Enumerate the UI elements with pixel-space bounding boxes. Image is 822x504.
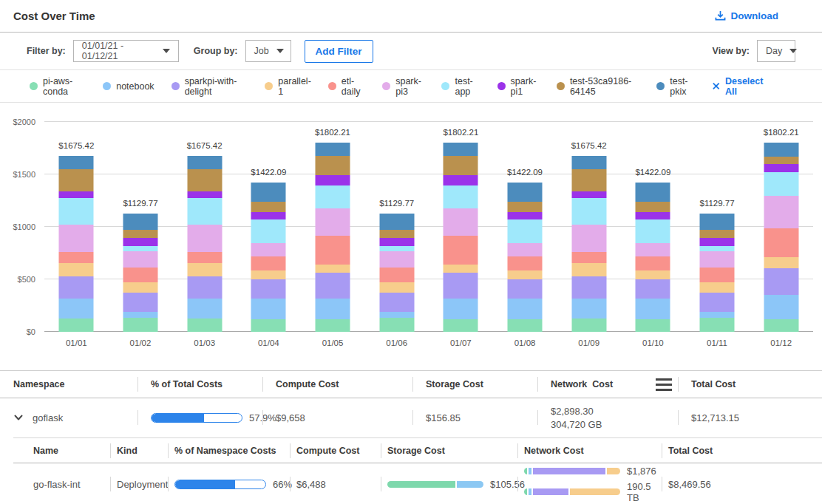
bar-segment-test-53ca9186-64145[interactable] [508,202,543,212]
bar-segment-parallel-1[interactable] [379,282,414,293]
bar-segment-parallel-1[interactable] [636,270,670,279]
bar-segment-etl-daily[interactable] [59,252,94,262]
bar-segment-spark-pi1[interactable] [636,212,670,220]
legend-item-parallel-1[interactable]: parallel-1 [265,76,310,97]
bar-segment-pi-aws-conda[interactable] [379,318,414,332]
download-button[interactable]: Download [715,10,779,21]
bar-segment-test-app[interactable] [700,246,735,251]
bar-segment-test-pkix[interactable] [700,214,735,230]
bar-segment-spark-pi3[interactable] [444,208,478,236]
bar-segment-test-53ca9186-64145[interactable] [379,230,414,239]
bar-segment-test-pkix[interactable] [316,143,350,155]
bar-segment-sparkpi-with-delight[interactable] [764,268,798,295]
bar-segment-parallel-1[interactable] [764,257,798,268]
bar-segment-parallel-1[interactable] [508,270,543,279]
bar-segment-parallel-1[interactable] [571,263,606,276]
bar-segment-test-app[interactable] [764,172,798,196]
bar-segment-spark-pi3[interactable] [187,225,222,253]
bar-segment-test-pkix[interactable] [59,156,94,169]
bar-segment-notebook[interactable] [251,299,286,319]
bar-segment-parallel-1[interactable] [251,270,286,279]
bar-segment-spark-pi3[interactable] [571,225,606,253]
bar-segment-etl-daily[interactable] [187,252,222,262]
bar-segment-spark-pi3[interactable] [251,243,286,256]
bar-segment-pi-aws-conda[interactable] [700,318,735,332]
bar-segment-test-app[interactable] [59,198,94,224]
chevron-down-icon[interactable] [13,412,24,423]
bar-segment-etl-daily[interactable] [700,268,735,282]
legend-item-test-app[interactable]: test-app [441,76,480,97]
bar-segment-spark-pi3[interactable] [508,243,543,256]
group-by-dropdown[interactable]: Job [245,40,291,62]
bar-segment-pi-aws-conda[interactable] [59,319,94,332]
menu-icon[interactable] [656,378,672,391]
bar-segment-notebook[interactable] [379,312,414,318]
bar-segment-test-app[interactable] [379,246,414,251]
bar-segment-spark-pi1[interactable] [123,238,158,246]
bar-segment-test-pkix[interactable] [251,183,286,201]
bar-segment-test-53ca9186-64145[interactable] [251,202,286,212]
bar-segment-etl-daily[interactable] [379,268,414,282]
bar-segment-test-53ca9186-64145[interactable] [571,169,606,191]
bar-segment-notebook[interactable] [571,299,606,319]
bar-segment-test-app[interactable] [636,219,670,243]
bar-segment-sparkpi-with-delight[interactable] [700,293,735,312]
bar-segment-test-app[interactable] [123,246,158,251]
bar-segment-test-pkix[interactable] [764,143,798,157]
bar-segment-test-pkix[interactable] [187,156,222,169]
bar-segment-sparkpi-with-delight[interactable] [187,276,222,299]
bar-segment-spark-pi3[interactable] [59,225,94,253]
bar-segment-etl-daily[interactable] [444,236,478,264]
bar-segment-test-53ca9186-64145[interactable] [700,230,735,239]
bar-segment-test-53ca9186-64145[interactable] [187,169,222,191]
bar-segment-test-pkix[interactable] [444,143,478,155]
bar-segment-pi-aws-conda[interactable] [764,319,798,332]
bar-segment-parallel-1[interactable] [123,282,158,293]
bar-segment-test-53ca9186-64145[interactable] [764,157,798,164]
bar-segment-sparkpi-with-delight[interactable] [571,276,606,299]
add-filter-button[interactable]: Add Filter [305,40,373,63]
bar-segment-spark-pi3[interactable] [764,196,798,228]
bar-segment-etl-daily[interactable] [123,268,158,282]
bar-segment-notebook[interactable] [316,299,350,319]
legend-item-spark-pi1[interactable]: spark-pi1 [497,76,540,97]
bar-segment-spark-pi1[interactable] [508,212,543,220]
bar-segment-parallel-1[interactable] [316,265,350,273]
bar-segment-spark-pi1[interactable] [571,191,606,198]
deselect-all-button[interactable]: Deselect All [713,76,770,97]
bar-segment-sparkpi-with-delight[interactable] [316,273,350,299]
bar-segment-pi-aws-conda[interactable] [251,319,286,332]
legend-item-sparkpi-with-delight[interactable]: sparkpi-with-delight [171,76,248,97]
bar-segment-sparkpi-with-delight[interactable] [379,293,414,312]
bar-segment-test-app[interactable] [444,185,478,208]
bar-segment-test-53ca9186-64145[interactable] [123,230,158,239]
date-range-dropdown[interactable]: 01/01/21 - 01/12/21 [73,40,179,62]
bar-segment-notebook[interactable] [123,312,158,318]
legend-item-test-pkix[interactable]: test-pkix [656,76,696,97]
bar-segment-test-app[interactable] [187,198,222,224]
bar-segment-etl-daily[interactable] [508,256,543,270]
bar-segment-pi-aws-conda[interactable] [444,319,478,332]
bar-segment-notebook[interactable] [700,312,735,318]
legend-item-test-53ca9186-64145[interactable]: test-53ca9186-64145 [557,76,639,97]
bar-segment-parallel-1[interactable] [59,263,94,276]
bar-segment-pi-aws-conda[interactable] [636,319,670,332]
bar-segment-parallel-1[interactable] [187,263,222,276]
bar-segment-test-53ca9186-64145[interactable] [444,156,478,176]
bar-segment-etl-daily[interactable] [571,252,606,262]
bar-segment-notebook[interactable] [187,299,222,319]
bar-segment-spark-pi3[interactable] [700,251,735,268]
bar-segment-spark-pi3[interactable] [379,251,414,268]
bar-segment-test-pkix[interactable] [123,214,158,230]
bar-segment-spark-pi1[interactable] [251,212,286,220]
bar-segment-pi-aws-conda[interactable] [187,319,222,332]
bar-segment-sparkpi-with-delight[interactable] [59,276,94,299]
bar-segment-sparkpi-with-delight[interactable] [123,293,158,312]
bar-segment-sparkpi-with-delight[interactable] [636,279,670,299]
bar-segment-test-53ca9186-64145[interactable] [316,156,350,176]
bar-segment-notebook[interactable] [508,299,543,319]
bar-segment-spark-pi1[interactable] [700,238,735,246]
bar-segment-pi-aws-conda[interactable] [123,318,158,332]
bar-segment-spark-pi1[interactable] [444,175,478,185]
bar-segment-etl-daily[interactable] [251,256,286,270]
